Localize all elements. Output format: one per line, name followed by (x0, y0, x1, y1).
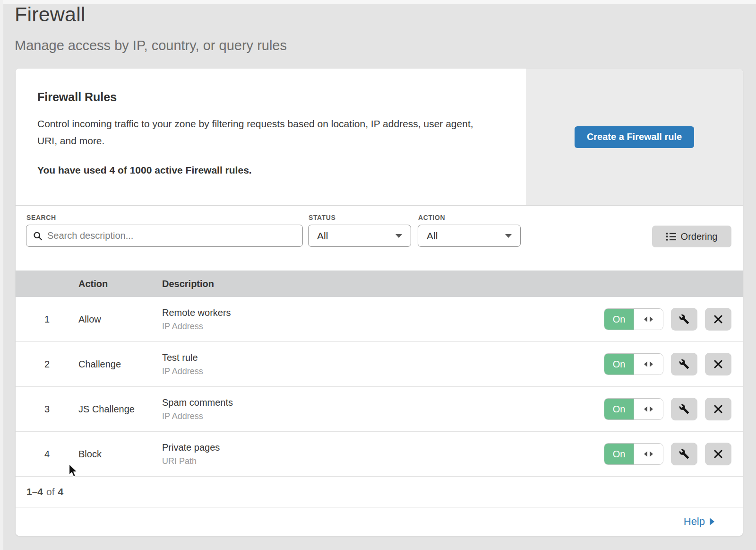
rule-match-type: IP Address (162, 322, 604, 332)
toggle-drag-handle[interactable] (634, 309, 663, 330)
ordered-list-icon (666, 232, 676, 241)
table-row: 4 Block Private pages URI Path On (16, 432, 743, 477)
close-icon (714, 315, 722, 323)
toggle-on-label: On (604, 354, 634, 375)
rule-enabled-toggle[interactable]: On (604, 398, 663, 420)
page-title: Firewall (15, 3, 86, 26)
create-rule-pane: Create a Firewall rule (526, 69, 743, 205)
rule-controls: On (604, 398, 743, 420)
info-pane: Firewall Rules Control incoming traffic … (16, 69, 526, 205)
ordering-button[interactable]: Ordering (652, 226, 731, 247)
info-section: Firewall Rules Control incoming traffic … (16, 69, 743, 206)
rule-match-type: IP Address (162, 411, 604, 421)
wrench-icon (679, 449, 689, 459)
rule-action: JS Challenge (78, 404, 162, 415)
rule-action: Challenge (78, 359, 162, 370)
rule-match-type: IP Address (162, 367, 604, 376)
help-link-label: Help (684, 515, 705, 528)
firewall-page: Firewall Manage access by IP, country, o… (0, 0, 756, 550)
rule-enabled-toggle[interactable]: On (604, 353, 663, 375)
pagination-range: 1–4 (26, 486, 43, 498)
rule-description: Remote workers (162, 307, 604, 318)
pagination-total: 4 (58, 486, 64, 498)
rule-priority: 3 (16, 404, 78, 415)
close-icon (714, 450, 722, 458)
table-row: 2 Challenge Test rule IP Address On (16, 342, 743, 387)
table-header: Action Description (16, 271, 743, 297)
firewall-rules-card: Firewall Rules Control incoming traffic … (16, 69, 743, 536)
table-row: 1 Allow Remote workers IP Address On (16, 297, 743, 342)
rule-action: Allow (78, 314, 162, 325)
info-heading: Firewall Rules (37, 90, 504, 104)
status-label: STATUS (309, 214, 336, 221)
rule-action: Block (78, 449, 162, 460)
toggle-drag-handle[interactable] (634, 444, 663, 464)
rule-description-cell: Test rule IP Address (162, 352, 604, 376)
search-input[interactable] (47, 230, 296, 241)
edit-rule-button[interactable] (671, 398, 697, 420)
rule-description-cell: Private pages URI Path (162, 442, 604, 466)
toggle-drag-handle[interactable] (634, 354, 663, 375)
arrow-right-icon (650, 361, 653, 367)
toggle-on-label: On (604, 309, 634, 330)
info-usage: You have used 4 of 1000 active Firewall … (37, 165, 504, 176)
arrow-right-icon (650, 406, 653, 412)
filters-bar: SEARCH STATUS All ACTION All (16, 206, 743, 271)
rule-description-cell: Remote workers IP Address (162, 307, 604, 332)
wrench-icon (679, 404, 689, 414)
arrow-right-icon (710, 518, 714, 525)
arrow-left-icon (644, 316, 647, 322)
rule-enabled-toggle[interactable]: On (604, 308, 663, 330)
arrow-left-icon (644, 451, 647, 457)
status-select[interactable]: All (308, 225, 411, 247)
toggle-drag-handle[interactable] (634, 399, 663, 419)
search-box[interactable] (26, 225, 303, 247)
toggle-on-label: On (604, 399, 634, 419)
rule-description: Test rule (162, 352, 604, 363)
page-subtitle: Manage access by IP, country, or query r… (15, 38, 287, 53)
arrow-left-icon (644, 361, 647, 367)
chevron-down-icon (395, 234, 402, 238)
rule-controls: On (604, 353, 743, 375)
wrench-icon (679, 359, 689, 369)
arrow-right-icon (650, 316, 653, 322)
delete-rule-button[interactable] (705, 398, 731, 420)
rule-priority: 4 (16, 449, 78, 460)
search-label: SEARCH (26, 214, 56, 221)
wrench-icon (679, 314, 689, 324)
delete-rule-button[interactable] (705, 443, 731, 465)
window-edge-top (0, 0, 756, 4)
arrow-right-icon (650, 451, 653, 457)
rule-description: Spam comments (162, 397, 604, 408)
rule-description-cell: Spam comments IP Address (162, 397, 604, 421)
help-link[interactable]: Help (684, 515, 714, 528)
edit-rule-button[interactable] (671, 443, 697, 465)
chevron-down-icon (505, 234, 512, 238)
edit-rule-button[interactable] (671, 308, 697, 331)
close-icon (714, 360, 722, 368)
action-selected-value: All (427, 230, 438, 242)
ordering-button-label: Ordering (681, 231, 718, 242)
description-column-header: Description (162, 279, 743, 289)
action-column-header: Action (78, 279, 162, 289)
info-description: Control incoming traffic to your zone by… (37, 115, 486, 149)
status-selected-value: All (317, 230, 328, 242)
action-select[interactable]: All (418, 225, 521, 247)
delete-rule-button[interactable] (705, 353, 731, 375)
window-edge-left (0, 0, 3, 550)
card-footer: Help (16, 507, 743, 536)
toggle-on-label: On (604, 444, 634, 464)
edit-rule-button[interactable] (671, 353, 697, 375)
rule-priority: 1 (16, 314, 78, 325)
create-firewall-rule-button[interactable]: Create a Firewall rule (575, 126, 694, 148)
close-icon (714, 405, 722, 413)
rule-enabled-toggle[interactable]: On (604, 443, 663, 465)
rule-priority: 2 (16, 359, 78, 370)
pagination: 1–4 of 4 (16, 477, 743, 507)
rule-controls: On (604, 308, 743, 331)
rule-description: Private pages (162, 442, 604, 453)
delete-rule-button[interactable] (705, 308, 731, 331)
pagination-of: of (46, 486, 55, 498)
action-label: ACTION (418, 214, 445, 221)
arrow-left-icon (644, 406, 647, 412)
